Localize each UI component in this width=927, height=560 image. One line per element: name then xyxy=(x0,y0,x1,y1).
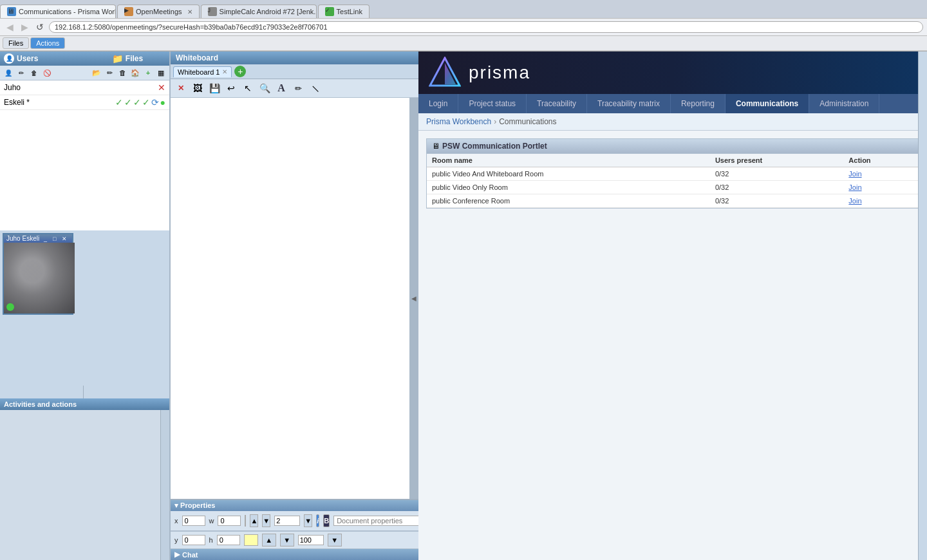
color-up-arrow[interactable]: ▲ xyxy=(250,514,258,527)
undo-tool-btn[interactable]: ↩ xyxy=(223,80,239,96)
check-2[interactable]: ✓ xyxy=(124,97,132,107)
add-whiteboard-tab-button[interactable]: + xyxy=(234,66,246,77)
close-tool-btn[interactable]: ✕ xyxy=(173,80,189,96)
nav-project-status[interactable]: Project status xyxy=(458,94,527,113)
sync-icon[interactable]: ⟳ xyxy=(151,97,159,107)
edit-user-button[interactable]: ✏ xyxy=(15,67,27,79)
join-link-2[interactable]: Join xyxy=(848,183,861,191)
back-button[interactable]: ◀ xyxy=(4,21,16,33)
x-label: x xyxy=(174,517,178,525)
join-link-3[interactable]: Join xyxy=(848,197,861,205)
fill-color-swatch[interactable] xyxy=(245,515,246,527)
delete-file-button[interactable]: 🗑 xyxy=(117,67,128,79)
tab-1[interactable]: 🖥 Communications - Prisma Work... ✕ xyxy=(0,5,116,18)
check-4[interactable]: ✓ xyxy=(142,97,150,107)
video-title: Juho Eskeli xyxy=(6,235,39,242)
reload-button[interactable]: ↺ xyxy=(33,21,46,33)
plus-button[interactable]: + xyxy=(142,67,154,79)
ban-user-button[interactable]: 🚫 xyxy=(41,67,53,79)
tab-3-label: SimpleCalc Android #72 [Jenk... xyxy=(220,8,317,15)
more-button[interactable]: ▦ xyxy=(155,67,167,79)
video-minimize[interactable]: _ xyxy=(44,236,52,242)
user-actions-juho: ✕ xyxy=(158,82,165,93)
delete-user-button[interactable]: 🗑 xyxy=(28,67,40,79)
image-tool-btn[interactable]: 🖼 xyxy=(190,80,205,96)
video-window: Juho Eskeli _ □ ✕ xyxy=(3,233,73,315)
whiteboard-tab-1[interactable]: Whiteboard 1 ✕ xyxy=(173,66,232,77)
chat-title: Chat xyxy=(182,551,198,559)
user-name-eskeli: Eskeli * xyxy=(4,98,115,107)
upload-button[interactable]: ✏ xyxy=(104,67,115,79)
user-remove-juho[interactable]: ✕ xyxy=(158,82,165,93)
user-row-eskeli[interactable]: Eskeli * ✓ ✓ ✓ ✓ ⟳ ● xyxy=(0,95,169,110)
y-input[interactable] xyxy=(182,535,205,545)
zoom-tool-btn[interactable]: 🔍 xyxy=(257,80,272,96)
x-input[interactable] xyxy=(182,516,205,526)
dividers xyxy=(0,386,169,398)
portlet-title: PSW Communication Portlet xyxy=(442,142,547,151)
doc-properties-input[interactable] xyxy=(333,516,429,526)
actions-menu-btn[interactable]: Actions xyxy=(30,37,65,49)
whiteboard-tab-1-close[interactable]: ✕ xyxy=(222,68,227,75)
nav-traceability[interactable]: Traceability xyxy=(527,94,587,113)
room-users-3: 0/32 xyxy=(710,194,843,208)
pen-tool-btn[interactable]: ✏ xyxy=(290,80,306,96)
url-bar[interactable] xyxy=(49,21,923,33)
tab-2[interactable]: ▶ OpenMeetings ✕ xyxy=(117,5,200,18)
video-area: Juho Eskeli _ □ ✕ xyxy=(0,230,169,386)
home-button[interactable]: 🏠 xyxy=(129,67,141,79)
color-down-arrow[interactable]: ▼ xyxy=(262,514,270,527)
add-user-button[interactable]: 👤 xyxy=(3,67,14,79)
tab-3[interactable]: J SimpleCalc Android #72 [Jenk... ✕ xyxy=(201,5,317,18)
check-1[interactable]: ✓ xyxy=(115,97,123,107)
stroke-color-swatch[interactable] xyxy=(244,534,258,546)
size-arrow[interactable]: ▼ xyxy=(304,514,312,527)
active-icon[interactable]: ● xyxy=(160,97,165,107)
opacity-input[interactable] xyxy=(298,535,324,545)
nav-login[interactable]: Login xyxy=(418,94,458,113)
files-menu-btn[interactable]: Files xyxy=(3,37,29,49)
video-close[interactable]: ✕ xyxy=(62,236,70,242)
pointer-tool-btn[interactable]: ↖ xyxy=(240,80,256,96)
text-tool-btn[interactable]: A xyxy=(274,80,289,96)
activities-bar[interactable]: Activities and actions xyxy=(0,398,169,410)
users-icon: 👤 xyxy=(4,53,14,64)
nav-reporting[interactable]: Reporting xyxy=(671,94,726,113)
user-row-juho[interactable]: Juho ✕ xyxy=(0,80,169,95)
line-tool-btn[interactable]: | xyxy=(304,77,326,99)
h-input[interactable] xyxy=(217,535,240,545)
files-folder-icon: 📁 xyxy=(112,53,123,64)
left-panel-scrollbar[interactable] xyxy=(160,410,169,560)
tab-4[interactable]: ✓ TestLink xyxy=(318,5,370,18)
whiteboard-canvas[interactable] xyxy=(171,98,409,499)
collapse-handle[interactable]: ◀ xyxy=(409,98,418,499)
prisma-nav: Login Project status Traceability Tracea… xyxy=(418,94,927,113)
properties-header[interactable]: ▾ Properties xyxy=(171,500,418,511)
room-row-3: public Conference Room 0/32 Join xyxy=(427,194,919,208)
w-input[interactable] xyxy=(218,516,241,526)
nav-administration[interactable]: Administration xyxy=(809,94,879,113)
canvas-area: ◀ xyxy=(171,98,418,499)
files-panel-header[interactable]: 📁 Files xyxy=(108,51,147,66)
nav-traceability-matrix[interactable]: Traceability matrix xyxy=(587,94,671,113)
nav-communications[interactable]: Communications xyxy=(726,94,809,113)
breadcrumb-root[interactable]: Prisma Workbench xyxy=(426,117,491,126)
size-input[interactable] xyxy=(274,516,300,526)
video-maximize[interactable]: □ xyxy=(53,236,61,242)
browser-chrome: 🖥 Communications - Prisma Work... ✕ ▶ Op… xyxy=(0,0,927,51)
h-label: h xyxy=(209,536,213,544)
bold-btn[interactable]: B xyxy=(323,514,330,527)
forward-button[interactable]: ▶ xyxy=(19,21,31,33)
chat-bar[interactable]: ▶ Chat xyxy=(171,549,418,560)
new-folder-button[interactable]: 📂 xyxy=(91,67,102,79)
w-label: w xyxy=(209,517,214,525)
stroke-down-arrow[interactable]: ▼ xyxy=(280,534,294,546)
save-tool-btn[interactable]: 💾 xyxy=(207,80,222,96)
tab-2-close[interactable]: ✕ xyxy=(187,8,192,15)
right-scrollbar[interactable] xyxy=(918,51,927,560)
opacity-arrow[interactable]: ▼ xyxy=(328,534,342,546)
join-link-1[interactable]: Join xyxy=(848,170,861,178)
italic-btn[interactable]: i xyxy=(316,514,319,527)
check-3[interactable]: ✓ xyxy=(133,97,141,107)
stroke-up-arrow[interactable]: ▲ xyxy=(262,534,276,546)
